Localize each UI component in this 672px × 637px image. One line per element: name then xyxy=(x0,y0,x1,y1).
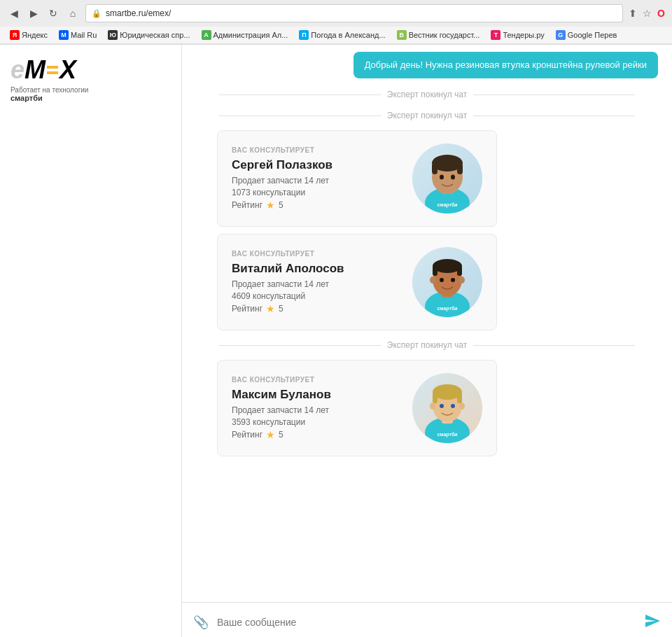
system-message-2: Эксперт покинул чат xyxy=(196,108,658,123)
svg-point-7 xyxy=(451,175,455,180)
expert-label-sergey: ВАС КОНСУЛЬТИРУЕТ xyxy=(232,146,398,154)
expert-experience-sergey: Продает запчасти 14 лет xyxy=(232,176,398,186)
expert-experience-vitaliy: Продает запчасти 14 лет xyxy=(232,279,398,289)
refresh-button[interactable]: ↻ xyxy=(46,6,60,20)
expert-card-maxim: ВАС КОНСУЛЬТИРУЕТ Максим Буланов Продает… xyxy=(217,360,497,456)
back-button[interactable]: ◀ xyxy=(7,6,21,20)
avatar-maxim: смартби xyxy=(412,373,482,443)
svg-point-28 xyxy=(440,404,444,408)
bookmark-label: Google Перев xyxy=(568,31,617,39)
svg-point-27 xyxy=(459,402,465,410)
emex-dashes xyxy=(47,66,58,74)
bookmark-label: Вестник государст... xyxy=(409,31,480,39)
svg-point-26 xyxy=(430,402,435,410)
emex-logo: e M X xyxy=(10,55,88,85)
share-icon[interactable]: ⬆ xyxy=(629,8,637,19)
send-icon xyxy=(644,612,661,629)
expert-consultations-vitaliy: 4609 консультаций xyxy=(232,291,398,301)
expert-consultations-maxim: 3593 консультации xyxy=(232,417,398,427)
bookmark-favicon: Т xyxy=(491,30,500,40)
logo-area: e M X Работает на технологии смартби xyxy=(10,55,88,102)
rating-value-vitaliy: 5 xyxy=(279,304,284,314)
bookmark-icon[interactable]: ☆ xyxy=(643,8,652,19)
emex-x-letter: X xyxy=(59,55,76,85)
expert-consultations-sergey: 1073 консультации xyxy=(232,188,398,197)
star-icon-sergey: ★ xyxy=(266,200,275,211)
svg-point-16 xyxy=(459,276,465,284)
outgoing-message: Добрый день! Нужна резиновая втулка крон… xyxy=(196,52,658,78)
bookmark-item[interactable]: GGoogle Перев xyxy=(552,29,622,41)
star-icon-vitaliy: ★ xyxy=(266,303,275,314)
avatar-svg-vitaliy: смартби xyxy=(412,247,482,317)
bookmark-item[interactable]: ВВестник государст... xyxy=(393,29,484,41)
svg-point-18 xyxy=(451,278,455,282)
expert-name-sergey: Сергей Полазков xyxy=(232,158,398,172)
rating-label-maxim: Рейтинг xyxy=(232,430,262,440)
svg-rect-24 xyxy=(433,392,438,403)
expert-rating-maxim: Рейтинг ★ 5 xyxy=(232,429,398,440)
svg-rect-14 xyxy=(457,266,462,276)
star-icon-maxim: ★ xyxy=(266,429,275,440)
expert-card-sergey: ВАС КОНСУЛЬТИРУЕТ Сергей Полазков Продае… xyxy=(217,130,497,227)
bookmark-favicon: Я xyxy=(10,30,20,40)
home-button[interactable]: ⌂ xyxy=(66,6,80,20)
bookmark-label: Mail Ru xyxy=(71,31,97,39)
bookmark-item[interactable]: ЯЯндекс xyxy=(6,29,52,41)
svg-rect-25 xyxy=(457,392,462,403)
expert-rating-sergey: Рейтинг ★ 5 xyxy=(232,200,398,211)
svg-point-15 xyxy=(430,276,435,284)
system-message-1: Эксперт покинул чат xyxy=(196,87,658,102)
bookmark-item[interactable]: ППогода в Александ... xyxy=(295,29,389,41)
lock-icon: 🔒 xyxy=(92,9,102,18)
bookmark-favicon: M xyxy=(59,30,69,40)
svg-point-6 xyxy=(440,175,444,180)
bookmark-label: Юридическая спр... xyxy=(120,31,190,39)
avatar-svg-maxim: смартби xyxy=(412,373,482,443)
svg-text:смартби: смартби xyxy=(437,432,457,438)
sidebar: e M X Работает на технологии смартби xyxy=(0,45,182,637)
bookmark-favicon: П xyxy=(299,30,309,40)
svg-rect-5 xyxy=(457,163,463,174)
expert-info-sergey: ВАС КОНСУЛЬТИРУЕТ Сергей Полазков Продае… xyxy=(232,146,398,211)
message-input[interactable] xyxy=(217,617,636,628)
emex-e-letter: e xyxy=(10,55,24,85)
expert-label-vitaliy: ВАС КОНСУЛЬТИРУЕТ xyxy=(232,250,398,258)
bookmark-item[interactable]: ЮЮридическая спр... xyxy=(104,29,194,41)
forward-button[interactable]: ▶ xyxy=(27,6,41,20)
bookmarks-bar: ЯЯндексMMail RuЮЮридическая спр...ААдмин… xyxy=(0,27,672,44)
svg-point-29 xyxy=(451,404,455,408)
rating-label-vitaliy: Рейтинг xyxy=(232,304,262,314)
bookmark-item[interactable]: ТТендеры.ру xyxy=(486,29,548,41)
svg-text:смартби: смартби xyxy=(437,202,457,208)
main-content: Добрый день! Нужна резиновая втулка крон… xyxy=(182,45,672,637)
bookmark-label: Администрация Ал... xyxy=(214,31,288,39)
attach-icon[interactable]: 📎 xyxy=(193,615,209,630)
bookmark-label: Яндекс xyxy=(22,31,48,39)
logo-tagline: Работает на технологии xyxy=(10,86,88,94)
emex-m-letter: M xyxy=(24,55,46,85)
svg-rect-13 xyxy=(433,266,438,276)
svg-text:смартби: смартби xyxy=(437,306,457,312)
opera-icon[interactable]: O xyxy=(657,8,665,19)
message-input-area: 📎 xyxy=(182,602,672,637)
logo-brand: смартби xyxy=(10,94,88,102)
expert-name-vitaliy: Виталий Аполосов xyxy=(232,262,398,276)
bookmark-favicon: В xyxy=(397,30,407,40)
avatar-vitaliy: смартби xyxy=(412,247,482,317)
expert-label-maxim: ВАС КОНСУЛЬТИРУЕТ xyxy=(232,376,398,384)
system-message-3: Эксперт покинул чат xyxy=(196,337,658,353)
expert-name-maxim: Максим Буланов xyxy=(232,388,398,402)
address-bar[interactable]: 🔒 smartbe.ru/emex/ xyxy=(85,4,623,22)
rating-value-maxim: 5 xyxy=(279,430,284,440)
url-text: smartbe.ru/emex/ xyxy=(106,8,171,18)
svg-point-17 xyxy=(440,278,444,282)
avatar-sergey: смартби xyxy=(412,144,482,214)
bookmark-label: Тендеры.ру xyxy=(503,31,544,39)
bookmark-favicon: Ю xyxy=(108,30,118,40)
expert-experience-maxim: Продает запчасти 14 лет xyxy=(232,405,398,415)
send-button[interactable] xyxy=(644,612,661,631)
bookmark-item[interactable]: MMail Ru xyxy=(55,29,101,41)
bookmark-item[interactable]: ААдминистрация Ал... xyxy=(197,29,293,41)
chat-area[interactable]: Добрый день! Нужна резиновая втулка крон… xyxy=(182,45,672,602)
message-bubble: Добрый день! Нужна резиновая втулка крон… xyxy=(354,52,658,78)
